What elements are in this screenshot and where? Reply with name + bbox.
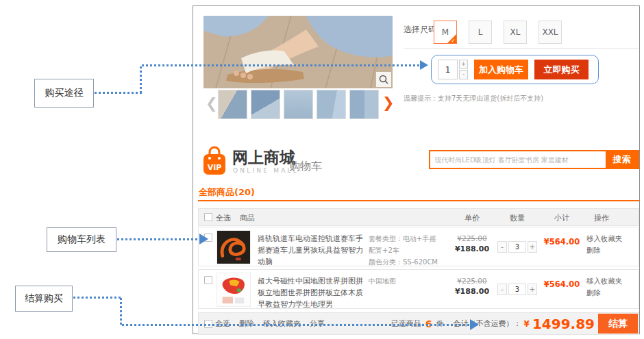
- quantity-stepper: + -: [459, 60, 468, 79]
- size-option-label: XXL: [542, 27, 558, 37]
- move-to-favorites-link[interactable]: 移入收藏夹: [586, 275, 623, 287]
- row-quantity-stepper: - 3 +: [497, 241, 537, 253]
- delete-link[interactable]: 删除: [586, 244, 623, 256]
- quantity-increase-button[interactable]: +: [528, 284, 537, 295]
- mall-title: 网上商城: [232, 147, 295, 168]
- original-price: ¥225.00: [445, 277, 499, 285]
- annotation-line: [140, 66, 142, 94]
- row-subtotal: ¥564.00: [540, 279, 584, 289]
- annotation-arrow-icon: [470, 319, 479, 330]
- checkout-button[interactable]: 结算: [598, 314, 638, 334]
- check-icon: ✓: [451, 38, 456, 44]
- product-main-image[interactable]: [203, 16, 393, 88]
- annotation-line: [120, 298, 122, 326]
- column-unit-price: 单价: [455, 213, 489, 223]
- row-actions: 移入收藏夹 删除: [586, 233, 623, 256]
- annotation-cart-list: 购物车列表: [47, 227, 116, 252]
- thumbnail-1[interactable]: [218, 90, 247, 119]
- spec-line: 套餐类型：电动+手摇配置+2车: [369, 233, 440, 256]
- column-select-all: 全选: [216, 213, 231, 223]
- size-option-l[interactable]: L: [469, 21, 492, 44]
- row-quantity-stepper: - 3 +: [497, 284, 537, 295]
- section-underline: [198, 200, 639, 201]
- column-product: 商品: [240, 213, 255, 223]
- row-checkbox[interactable]: [204, 276, 212, 284]
- annotation-arrow-icon: [199, 234, 208, 244]
- row-actions: 移入收藏夹 删除: [586, 275, 623, 299]
- annotation-checkout: 结算购买: [15, 286, 73, 312]
- product-image-track-toy[interactable]: [216, 230, 251, 264]
- original-price: ¥225.00: [445, 234, 499, 242]
- current-price: ¥188.00: [445, 287, 499, 296]
- cart-row-map-puzzle: 超大号磁性中国地图世界拼图拼板立地图世界拼图拼板立体木质早教益智力学生地理男 中…: [198, 269, 639, 309]
- annotation-arrow-icon: [420, 60, 428, 70]
- carousel-prev-icon[interactable]: ❮: [206, 97, 218, 111]
- size-option-xxl[interactable]: XXL: [538, 21, 562, 44]
- annotation-line: [142, 64, 421, 66]
- price-column: ¥225.00 ¥188.00: [445, 234, 499, 253]
- thumbnail-4[interactable]: [317, 90, 346, 119]
- quantity-decrease-button[interactable]: -: [497, 284, 507, 295]
- shopping-bag-logo-icon[interactable]: VIP: [201, 146, 227, 179]
- column-quantity: 数量: [500, 213, 534, 223]
- product-specs: 中国地图: [369, 275, 440, 287]
- currency-symbol: ¥: [524, 319, 530, 329]
- quantity-input[interactable]: 1: [438, 60, 458, 79]
- divider: [404, 48, 639, 49]
- quantity-increase-button[interactable]: +: [459, 60, 468, 69]
- delete-link[interactable]: 删除: [586, 287, 623, 299]
- cart-section-title: 全部商品(20): [199, 186, 255, 199]
- quantity-value[interactable]: 3: [508, 241, 526, 253]
- search-input[interactable]: [430, 151, 606, 168]
- search-button[interactable]: 搜索: [606, 151, 638, 168]
- thumbnail-5[interactable]: [349, 90, 379, 119]
- sandal-photo-illustration: [203, 16, 393, 88]
- add-to-cart-button[interactable]: 加入购物车: [474, 60, 528, 79]
- cart-row-track-toy: 路轨轨道车电动遥控轨道赛车手摇赛道车儿童男孩玩具益智智力动脑 套餐类型：电动+手…: [198, 227, 639, 266]
- search-bar: 搜索: [429, 150, 639, 169]
- quantity-decrease-button[interactable]: -: [497, 241, 507, 253]
- thumbnail-3[interactable]: [284, 90, 313, 119]
- quantity-increase-button[interactable]: +: [528, 241, 537, 253]
- cart-table-header: 全选 商品 单价 数量 小计 操作: [198, 208, 639, 226]
- column-subtotal: 小计: [545, 213, 579, 223]
- product-title[interactable]: 超大号磁性中国地图世界拼图拼板立地图世界拼图拼板立体木质早教益智力学生地理男: [258, 275, 366, 310]
- annotation-line: [73, 297, 121, 299]
- quantity-decrease-button[interactable]: -: [459, 70, 468, 79]
- page-title: 购物车: [289, 160, 322, 174]
- annotation-line: [122, 324, 471, 326]
- current-price: ¥188.00: [445, 244, 499, 253]
- buy-now-button[interactable]: 立即购买: [534, 60, 589, 79]
- column-actions: 操作: [584, 213, 619, 223]
- move-to-favorites-link[interactable]: 移入收藏夹: [586, 233, 623, 244]
- total-amount: 1499.89: [532, 316, 595, 332]
- carousel-next-icon[interactable]: ❯: [382, 96, 395, 110]
- select-all-checkbox[interactable]: [204, 213, 212, 221]
- quantity-value[interactable]: 3: [508, 284, 526, 295]
- logo-badge: VIP: [208, 163, 222, 172]
- size-options: M ✓ L XL XXL: [434, 21, 562, 44]
- main-panel: ❮ ❯ 选择尺码: M ✓ L XL XXL 1 + - 加入购物车 立即购买 …: [193, 5, 640, 334]
- magnifier-icon[interactable]: [376, 72, 391, 87]
- return-policy-tip: 温馨提示：支持7天无理由退货(拆封后不支持): [404, 94, 543, 103]
- thumbnail-2[interactable]: [251, 90, 280, 119]
- size-option-label: XL: [510, 27, 521, 37]
- size-option-label: L: [478, 27, 483, 37]
- row-subtotal: ¥564.00: [540, 237, 584, 247]
- product-image-map-puzzle[interactable]: [216, 273, 251, 307]
- annotation-purchase-path: 购买途径: [34, 79, 94, 108]
- annotation-line: [117, 238, 201, 240]
- spec-line: 中国地图: [369, 275, 440, 287]
- size-option-xl[interactable]: XL: [504, 21, 527, 44]
- size-option-m[interactable]: M ✓: [434, 21, 457, 44]
- thumbnail-strip: [218, 90, 379, 119]
- price-column: ¥225.00 ¥188.00: [445, 277, 499, 296]
- product-title[interactable]: 路轨轨道车电动遥控轨道赛车手摇赛道车儿童男孩玩具益智智力动脑: [258, 233, 366, 268]
- annotation-line: [95, 92, 142, 94]
